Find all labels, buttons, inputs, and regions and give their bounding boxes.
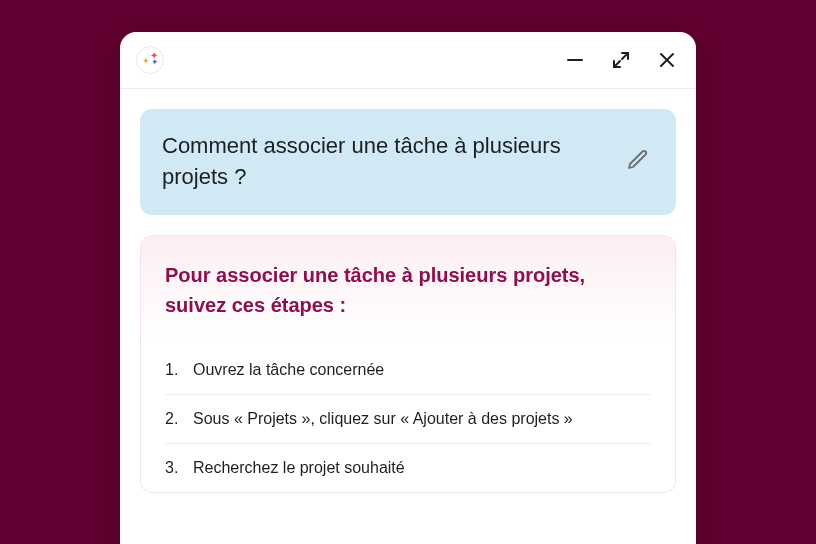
- expand-button[interactable]: [612, 51, 630, 69]
- answer-header: Pour associer une tâche à plusieurs proj…: [141, 236, 675, 338]
- step-number: 1.: [165, 361, 183, 379]
- edit-question-button[interactable]: [622, 144, 654, 180]
- close-button[interactable]: [658, 51, 676, 69]
- app-logo: ✦ ✦ ✦: [136, 46, 164, 74]
- ai-assistant-panel: ✦ ✦ ✦: [120, 32, 696, 544]
- steps-list: 1. Ouvrez la tâche concernée 2. Sous « P…: [141, 338, 675, 492]
- step-number: 2.: [165, 410, 183, 428]
- content-area: Comment associer une tâche à plusieurs p…: [120, 89, 696, 493]
- titlebar-left: ✦ ✦ ✦: [136, 46, 164, 74]
- sparkle-icon: ✦: [151, 58, 159, 67]
- answer-title: Pour associer une tâche à plusieurs proj…: [165, 260, 651, 320]
- step-text: Sous « Projets », cliquez sur « Ajouter …: [193, 410, 573, 428]
- step-item: 1. Ouvrez la tâche concernée: [165, 346, 651, 395]
- expand-icon: [612, 51, 630, 69]
- step-text: Ouvrez la tâche concernée: [193, 361, 384, 379]
- step-number: 3.: [165, 459, 183, 477]
- step-text: Recherchez le projet souhaité: [193, 459, 405, 477]
- pencil-icon: [626, 148, 650, 172]
- assistant-answer-card: Pour associer une tâche à plusieurs proj…: [140, 235, 676, 493]
- close-icon: [658, 51, 676, 69]
- step-item: 2. Sous « Projets », cliquez sur « Ajout…: [165, 395, 651, 444]
- sparkle-icon: ✦: [142, 57, 150, 66]
- step-item: 3. Recherchez le projet souhaité: [165, 444, 651, 492]
- minimize-icon: [566, 51, 584, 69]
- minimize-button[interactable]: [566, 51, 584, 69]
- user-question-card: Comment associer une tâche à plusieurs p…: [140, 109, 676, 215]
- window-controls: [566, 51, 676, 69]
- titlebar: ✦ ✦ ✦: [120, 32, 696, 89]
- question-text: Comment associer une tâche à plusieurs p…: [162, 131, 610, 193]
